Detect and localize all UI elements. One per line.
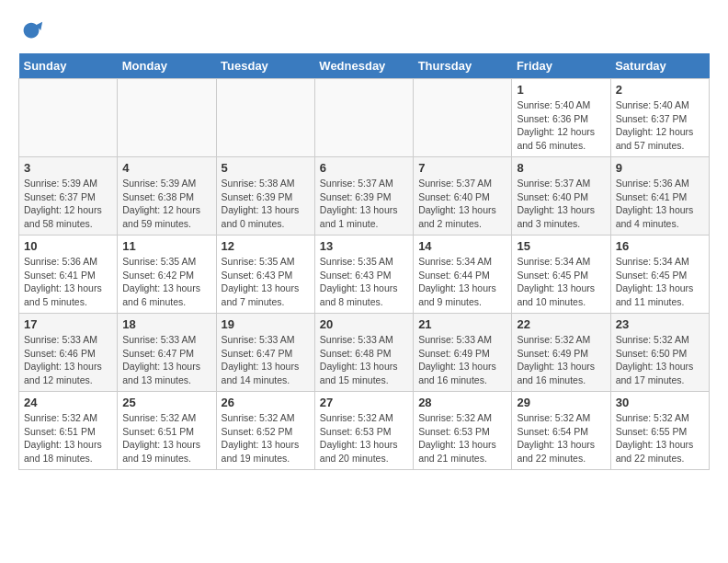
day-number: 15	[517, 239, 605, 253]
weekday-header-monday: Monday	[118, 53, 216, 79]
calendar-cell: 5 Sunrise: 5:38 AMSunset: 6:39 PMDayligh…	[216, 157, 314, 236]
calendar-cell: 25 Sunrise: 5:32 AMSunset: 6:51 PMDaylig…	[118, 392, 216, 470]
calendar-cell: 22 Sunrise: 5:32 AMSunset: 6:49 PMDaylig…	[512, 314, 610, 392]
week-row-5: 24 Sunrise: 5:32 AMSunset: 6:51 PMDaylig…	[19, 392, 710, 470]
calendar-cell: 16 Sunrise: 5:34 AMSunset: 6:45 PMDaylig…	[610, 236, 709, 314]
day-number: 13	[320, 239, 408, 253]
day-info: Sunrise: 5:35 AMSunset: 6:43 PMDaylight:…	[320, 255, 408, 309]
calendar-cell	[314, 79, 413, 157]
day-info: Sunrise: 5:37 AMSunset: 6:40 PMDaylight:…	[517, 177, 605, 231]
day-info: Sunrise: 5:36 AMSunset: 6:41 PMDaylight:…	[24, 255, 112, 309]
calendar-cell: 13 Sunrise: 5:35 AMSunset: 6:43 PMDaylig…	[314, 236, 413, 314]
weekday-header-saturday: Saturday	[610, 53, 709, 79]
day-info: Sunrise: 5:34 AMSunset: 6:45 PMDaylight:…	[616, 255, 704, 309]
day-number: 4	[122, 161, 210, 175]
day-number: 22	[517, 317, 605, 331]
day-info: Sunrise: 5:38 AMSunset: 6:39 PMDaylight:…	[222, 177, 310, 231]
day-number: 3	[24, 161, 112, 175]
day-number: 21	[418, 317, 506, 331]
calendar-cell: 7 Sunrise: 5:37 AMSunset: 6:40 PMDayligh…	[414, 157, 512, 236]
day-info: Sunrise: 5:32 AMSunset: 6:51 PMDaylight:…	[122, 411, 210, 465]
calendar-cell: 11 Sunrise: 5:35 AMSunset: 6:42 PMDaylig…	[118, 236, 216, 314]
calendar-cell: 3 Sunrise: 5:39 AMSunset: 6:37 PMDayligh…	[19, 157, 118, 236]
day-number: 29	[517, 396, 605, 409]
day-number: 17	[24, 317, 112, 331]
day-info: Sunrise: 5:37 AMSunset: 6:39 PMDaylight:…	[320, 177, 408, 231]
calendar-cell: 4 Sunrise: 5:39 AMSunset: 6:38 PMDayligh…	[118, 157, 216, 236]
day-number: 7	[418, 161, 506, 175]
day-number: 11	[122, 239, 210, 253]
day-number: 26	[222, 396, 310, 409]
calendar-cell: 6 Sunrise: 5:37 AMSunset: 6:39 PMDayligh…	[314, 157, 413, 236]
day-info: Sunrise: 5:34 AMSunset: 6:45 PMDaylight:…	[517, 255, 605, 309]
calendar-cell: 28 Sunrise: 5:32 AMSunset: 6:53 PMDaylig…	[414, 392, 512, 470]
logo-icon	[18, 18, 44, 44]
day-info: Sunrise: 5:32 AMSunset: 6:53 PMDaylight:…	[418, 411, 506, 465]
weekday-header-wednesday: Wednesday	[314, 53, 413, 79]
header	[18, 18, 710, 44]
day-number: 1	[517, 83, 605, 97]
calendar-cell	[414, 79, 512, 157]
day-info: Sunrise: 5:33 AMSunset: 6:47 PMDaylight:…	[222, 333, 310, 387]
calendar-cell: 15 Sunrise: 5:34 AMSunset: 6:45 PMDaylig…	[512, 236, 610, 314]
calendar-cell: 12 Sunrise: 5:35 AMSunset: 6:43 PMDaylig…	[216, 236, 314, 314]
calendar-cell: 26 Sunrise: 5:32 AMSunset: 6:52 PMDaylig…	[216, 392, 314, 470]
weekday-header-sunday: Sunday	[19, 53, 118, 79]
weekday-header-friday: Friday	[512, 53, 610, 79]
day-number: 8	[517, 161, 605, 175]
calendar-table: SundayMondayTuesdayWednesdayThursdayFrid…	[18, 53, 710, 470]
day-number: 10	[24, 239, 112, 253]
calendar-cell: 18 Sunrise: 5:33 AMSunset: 6:47 PMDaylig…	[118, 314, 216, 392]
calendar-cell	[216, 79, 314, 157]
calendar-cell: 20 Sunrise: 5:33 AMSunset: 6:48 PMDaylig…	[314, 314, 413, 392]
calendar-cell: 2 Sunrise: 5:40 AMSunset: 6:37 PMDayligh…	[610, 79, 709, 157]
day-number: 14	[418, 239, 506, 253]
day-info: Sunrise: 5:33 AMSunset: 6:46 PMDaylight:…	[24, 333, 112, 387]
day-number: 12	[222, 239, 310, 253]
weekday-header-tuesday: Tuesday	[216, 53, 314, 79]
day-number: 27	[320, 396, 408, 409]
day-number: 5	[222, 161, 310, 175]
day-number: 9	[616, 161, 704, 175]
day-info: Sunrise: 5:32 AMSunset: 6:55 PMDaylight:…	[616, 411, 704, 465]
calendar-cell: 17 Sunrise: 5:33 AMSunset: 6:46 PMDaylig…	[19, 314, 118, 392]
calendar-cell: 23 Sunrise: 5:32 AMSunset: 6:50 PMDaylig…	[610, 314, 709, 392]
weekday-header-thursday: Thursday	[414, 53, 512, 79]
calendar-cell: 8 Sunrise: 5:37 AMSunset: 6:40 PMDayligh…	[512, 157, 610, 236]
week-row-1: 1 Sunrise: 5:40 AMSunset: 6:36 PMDayligh…	[19, 79, 710, 157]
day-info: Sunrise: 5:35 AMSunset: 6:43 PMDaylight:…	[222, 255, 310, 309]
day-info: Sunrise: 5:39 AMSunset: 6:38 PMDaylight:…	[122, 177, 210, 231]
calendar-cell: 21 Sunrise: 5:33 AMSunset: 6:49 PMDaylig…	[414, 314, 512, 392]
weekday-header-row: SundayMondayTuesdayWednesdayThursdayFrid…	[19, 53, 710, 79]
week-row-4: 17 Sunrise: 5:33 AMSunset: 6:46 PMDaylig…	[19, 314, 710, 392]
day-info: Sunrise: 5:33 AMSunset: 6:47 PMDaylight:…	[122, 333, 210, 387]
calendar-cell: 14 Sunrise: 5:34 AMSunset: 6:44 PMDaylig…	[414, 236, 512, 314]
calendar-cell: 27 Sunrise: 5:32 AMSunset: 6:53 PMDaylig…	[314, 392, 413, 470]
calendar-cell	[19, 79, 118, 157]
day-info: Sunrise: 5:34 AMSunset: 6:44 PMDaylight:…	[418, 255, 506, 309]
week-row-2: 3 Sunrise: 5:39 AMSunset: 6:37 PMDayligh…	[19, 157, 710, 236]
calendar-cell: 30 Sunrise: 5:32 AMSunset: 6:55 PMDaylig…	[610, 392, 709, 470]
day-info: Sunrise: 5:32 AMSunset: 6:52 PMDaylight:…	[222, 411, 310, 465]
day-info: Sunrise: 5:39 AMSunset: 6:37 PMDaylight:…	[24, 177, 112, 231]
calendar-cell: 29 Sunrise: 5:32 AMSunset: 6:54 PMDaylig…	[512, 392, 610, 470]
day-number: 6	[320, 161, 408, 175]
day-info: Sunrise: 5:32 AMSunset: 6:50 PMDaylight:…	[616, 333, 704, 387]
calendar-cell: 9 Sunrise: 5:36 AMSunset: 6:41 PMDayligh…	[610, 157, 709, 236]
day-number: 24	[24, 396, 112, 409]
day-number: 28	[418, 396, 506, 409]
day-info: Sunrise: 5:32 AMSunset: 6:51 PMDaylight:…	[24, 411, 112, 465]
calendar-cell: 10 Sunrise: 5:36 AMSunset: 6:41 PMDaylig…	[19, 236, 118, 314]
day-number: 25	[122, 396, 210, 409]
day-info: Sunrise: 5:33 AMSunset: 6:49 PMDaylight:…	[418, 333, 506, 387]
calendar-cell: 24 Sunrise: 5:32 AMSunset: 6:51 PMDaylig…	[19, 392, 118, 470]
day-info: Sunrise: 5:40 AMSunset: 6:36 PMDaylight:…	[517, 98, 605, 153]
day-info: Sunrise: 5:40 AMSunset: 6:37 PMDaylight:…	[616, 98, 704, 153]
day-number: 18	[122, 317, 210, 331]
calendar-cell: 19 Sunrise: 5:33 AMSunset: 6:47 PMDaylig…	[216, 314, 314, 392]
day-info: Sunrise: 5:35 AMSunset: 6:42 PMDaylight:…	[122, 255, 210, 309]
day-info: Sunrise: 5:33 AMSunset: 6:48 PMDaylight:…	[320, 333, 408, 387]
day-info: Sunrise: 5:32 AMSunset: 6:54 PMDaylight:…	[517, 411, 605, 465]
day-info: Sunrise: 5:37 AMSunset: 6:40 PMDaylight:…	[418, 177, 506, 231]
day-number: 16	[616, 239, 704, 253]
